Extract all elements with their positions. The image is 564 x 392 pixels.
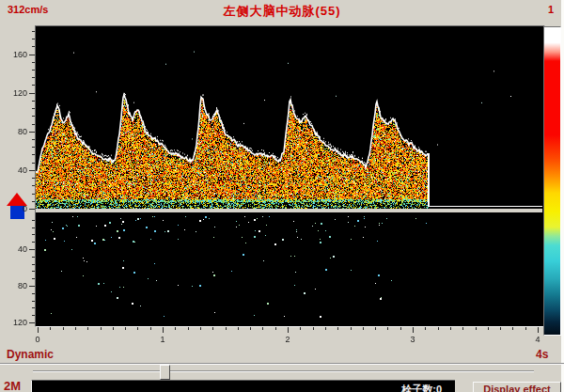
axis-tick	[387, 327, 388, 330]
axis-tick	[163, 327, 164, 333]
axis-tick	[32, 147, 35, 148]
axis-tick-label: 1	[152, 335, 173, 344]
axis-tick	[313, 327, 314, 330]
page-title: 左侧大脑中动脉(55)	[0, 3, 564, 20]
sweep-position-slider-thumb[interactable]	[160, 365, 170, 380]
axis-tick	[38, 327, 39, 333]
axis-tick	[250, 327, 251, 330]
axis-tick	[32, 307, 35, 308]
axis-tick	[29, 249, 35, 250]
axis-tick	[32, 227, 35, 228]
axis-tick	[32, 301, 35, 302]
axis-tick-label: 40	[3, 165, 27, 175]
sweep-position-slider-track[interactable]	[33, 370, 534, 372]
axis-tick	[476, 327, 477, 330]
axis-tick	[29, 209, 35, 210]
dynamic-mode-label: Dynamic	[7, 348, 54, 361]
axis-tick	[525, 327, 526, 330]
axis-tick	[32, 31, 35, 32]
axis-tick	[32, 116, 35, 117]
status-bar: 栓子数:0	[31, 380, 455, 392]
axis-tick	[29, 286, 35, 287]
axis-tick	[29, 170, 35, 171]
axis-tick	[32, 163, 35, 164]
axis-tick	[32, 185, 35, 186]
axis-tick	[32, 264, 35, 265]
axis-tick	[50, 327, 51, 330]
axis-tick	[29, 132, 35, 133]
axis-tick	[462, 327, 463, 330]
axis-tick	[137, 327, 138, 330]
axis-tick	[200, 327, 201, 330]
tcd-doppler-window: 312cm/s 左侧大脑中动脉(55) 1 Dynamic 4s 2M 栓子数:…	[0, 0, 564, 392]
emboli-count-label: 栓子数:0	[401, 383, 442, 392]
axis-tick-label: 3	[402, 335, 423, 344]
axis-tick	[226, 327, 227, 330]
axis-tick	[212, 327, 213, 330]
axis-tick	[101, 327, 102, 330]
axis-tick	[325, 327, 326, 330]
axis-tick-label: 2	[277, 335, 298, 344]
axis-tick	[288, 327, 289, 333]
axis-tick	[32, 85, 35, 86]
axis-tick	[175, 327, 176, 330]
axis-tick	[400, 327, 401, 330]
axis-tick	[238, 327, 239, 330]
axis-tick	[75, 327, 76, 330]
axis-tick	[375, 327, 376, 330]
axis-tick	[500, 327, 501, 330]
axis-tick	[300, 327, 301, 330]
axis-tick	[32, 278, 35, 279]
axis-tick	[125, 327, 126, 330]
axis-tick	[32, 257, 35, 258]
axis-tick-label: 120	[3, 88, 27, 98]
axis-tick	[351, 327, 352, 330]
display-effect-button[interactable]: Display effect	[473, 382, 561, 392]
doppler-spectrum-canvas	[36, 26, 542, 324]
axis-tick	[29, 55, 35, 55]
axis-tick	[450, 327, 451, 330]
axis-tick	[32, 139, 35, 140]
axis-tick	[363, 327, 364, 330]
axis-tick	[512, 327, 513, 330]
axis-tick	[29, 322, 35, 323]
axis-tick	[113, 327, 114, 330]
axis-tick	[425, 327, 426, 330]
axis-tick	[32, 39, 35, 39]
axis-tick	[32, 242, 35, 243]
axis-tick	[32, 178, 35, 179]
axis-tick	[32, 271, 35, 272]
axis-tick	[32, 108, 35, 109]
axis-tick	[29, 93, 35, 94]
axis-tick-label: 80	[3, 281, 27, 290]
axis-tick	[150, 327, 151, 330]
axis-tick	[32, 46, 35, 47]
axis-tick	[32, 293, 35, 294]
probe-label: 2M	[4, 379, 21, 392]
axis-tick	[32, 220, 35, 221]
axis-tick	[488, 327, 489, 330]
axis-tick-label: 4	[527, 335, 548, 344]
axis-tick	[32, 62, 35, 63]
time-unit-label: 4s	[536, 348, 548, 361]
axis-tick	[32, 154, 35, 155]
color-gradient-bar	[544, 27, 560, 335]
divider	[0, 363, 564, 365]
axis-tick	[87, 327, 88, 330]
axis-tick-label: 80	[3, 127, 27, 136]
axis-tick	[413, 327, 414, 333]
axis-tick	[32, 194, 35, 195]
axis-tick	[438, 327, 439, 330]
axis-tick	[538, 327, 539, 333]
spectral-display-panel	[35, 25, 545, 327]
channel-indicator: 1	[548, 4, 554, 15]
axis-tick-label: 120	[3, 318, 27, 327]
axis-tick	[188, 327, 189, 330]
axis-tick	[275, 327, 276, 330]
axis-tick	[337, 327, 338, 330]
axis-tick	[32, 201, 35, 202]
axis-tick	[32, 234, 35, 235]
axis-tick	[32, 315, 35, 316]
axis-tick-label: 160	[3, 50, 27, 59]
velocity-color-scale	[543, 26, 561, 336]
